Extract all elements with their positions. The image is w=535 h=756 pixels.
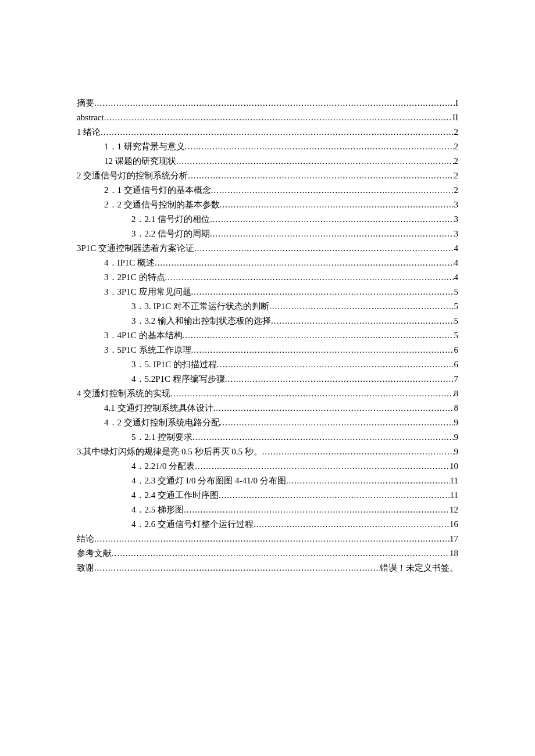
toc-entry-page: 10 <box>450 459 458 474</box>
toc-entry: 参考文献 18 <box>77 546 458 561</box>
toc-entry-label: 4．2.5 梯形图 <box>131 503 184 517</box>
toc-leader-dots <box>184 503 450 517</box>
toc-leader-dots <box>176 154 454 169</box>
toc-entry-label: 5．2.1 控制要求 <box>131 430 192 445</box>
toc-leader-dots <box>269 299 454 314</box>
toc-leader-dots <box>155 256 454 270</box>
toc-leader-dots <box>183 328 454 343</box>
toc-entry: 3．3P1C 应用常见问题5 <box>77 285 458 299</box>
toc-leader-dots <box>271 314 454 328</box>
toc-leader-dots <box>112 546 450 561</box>
toc-entry-label: 2．1 交通信号灯的基本概念 <box>104 183 211 198</box>
toc-leader-dots <box>94 96 455 110</box>
toc-entry: 3．4P1C 的基本结构 5 <box>77 328 458 343</box>
toc-entry-page: 4 <box>454 270 459 285</box>
toc-entry: 摘要I <box>77 96 458 110</box>
toc-entry-page: 6 <box>454 357 459 372</box>
toc-entry-page: I <box>455 96 458 110</box>
toc-leader-dots <box>194 241 454 256</box>
toc-entry-page: 9 <box>454 445 459 459</box>
toc-leader-dots <box>195 459 450 474</box>
toc-entry: 结论 17 <box>77 532 458 546</box>
toc-entry-label: 摘要 <box>77 96 94 110</box>
toc-entry-label: 2．2.1 信号灯的相位 <box>131 212 210 227</box>
toc-entry: 12 课题的研究现状 2 <box>77 154 458 169</box>
toc-leader-dots <box>185 139 454 154</box>
toc-entry-page: 2 <box>454 139 459 154</box>
toc-leader-dots <box>94 532 450 546</box>
toc-entry: 2．1 交通信号灯的基本概念 2 <box>77 183 458 198</box>
toc-leader-dots <box>210 212 454 227</box>
toc-entry: 4．2.21/0 分配表10 <box>77 459 458 474</box>
toc-entry-label: 4．IP1C 概述 <box>104 256 155 270</box>
toc-entry-label: 4．2.3 交通灯 I/0 分布图图 4-41/0 分布图 <box>131 474 286 488</box>
toc-entry-page: 5 <box>454 285 459 299</box>
toc-entry: 5．2.1 控制要求9 <box>77 430 458 445</box>
toc-leader-dots <box>219 488 450 503</box>
toc-entry-page: 错误！未定义书签。 <box>380 561 458 575</box>
toc-entry-page: 8 <box>454 401 459 415</box>
toc-entry-page: 2 <box>454 125 459 139</box>
toc-leader-dots <box>192 430 454 445</box>
toc-entry: 4.1 交通灯控制系统具体设计 8 <box>77 401 458 415</box>
toc-entry: 4．2 交通灯控制系统电路分配 9 <box>77 415 458 430</box>
toc-entry: 3．2P1C 的特点4 <box>77 270 458 285</box>
toc-leader-dots <box>262 445 454 459</box>
toc-leader-dots <box>210 227 454 241</box>
table-of-contents: 摘要Iabstract II1 绪论21．1 研究背景与意义 212 课题的研究… <box>77 96 458 575</box>
toc-entry-page: 18 <box>450 546 458 561</box>
toc-entry-label: 3．3. IP1C 对不正常运行状态的判断 <box>131 299 269 314</box>
toc-entry: 4．IP1C 概述4 <box>77 256 458 270</box>
toc-entry-label: 4．2 交通灯控制系统电路分配 <box>104 415 220 430</box>
toc-entry: 3．3. IP1C 对不正常运行状态的判断5 <box>77 299 458 314</box>
toc-entry: 3．3.2 输入和输出控制状态板的选择 5 <box>77 314 458 328</box>
toc-entry: 2．2 交通信号控制的基本参数 3 <box>77 198 458 212</box>
toc-entry-label: 致谢 <box>77 561 94 575</box>
toc-leader-dots <box>254 517 450 532</box>
toc-entry-page: 17 <box>450 532 458 546</box>
toc-entry-label: 4.1 交通灯控制系统具体设计 <box>104 401 213 415</box>
toc-entry-page: 6 <box>454 343 459 357</box>
toc-leader-dots <box>170 386 454 401</box>
toc-entry-label: 3．4P1C 的基本结构 <box>104 328 183 343</box>
toc-entry-label: 参考文献 <box>77 546 112 561</box>
toc-entry-label: abstract <box>77 110 104 125</box>
toc-entry-label: 4 交通灯控制系统的实现 <box>77 386 170 401</box>
toc-entry-page: 16 <box>450 517 458 532</box>
toc-entry-page: 8 <box>454 386 459 401</box>
toc-leader-dots <box>220 415 454 430</box>
toc-entry-label: 4．2.6 交通信号灯整个运行过程 <box>131 517 254 532</box>
toc-leader-dots <box>286 474 450 488</box>
toc-entry-label: 3P1C 交通控制器选着方案论证 <box>77 241 194 256</box>
toc-entry-page: 3 <box>454 198 459 212</box>
toc-entry: 4．5.2P1C 程序编写步骤7 <box>77 372 458 386</box>
toc-entry: 3．5. IP1C 的扫描过程6 <box>77 357 458 372</box>
toc-entry-label: 3．3.2 输入和输出控制状态板的选择 <box>131 314 271 328</box>
toc-leader-dots <box>211 183 454 198</box>
toc-entry-page: 7 <box>454 372 459 386</box>
toc-entry-label: 3．3P1C 应用常见问题 <box>104 285 191 299</box>
toc-entry-label: 结论 <box>77 532 94 546</box>
toc-entry: 4．2.5 梯形图 12 <box>77 503 458 517</box>
toc-entry-label: 4．5.2P1C 程序编写步骤 <box>131 372 225 386</box>
toc-leader-dots <box>191 343 454 357</box>
toc-entry-label: 3．2.2 信号灯的周期 <box>131 227 210 241</box>
document-page: 摘要Iabstract II1 绪论21．1 研究背景与意义 212 课题的研究… <box>0 0 535 575</box>
toc-entry: 3．2.2 信号灯的周期3 <box>77 227 458 241</box>
toc-entry: 3P1C 交通控制器选着方案论证4 <box>77 241 458 256</box>
toc-leader-dots <box>213 401 454 415</box>
toc-entry-page: 4 <box>454 256 459 270</box>
toc-entry-page: 2 <box>454 154 459 169</box>
toc-leader-dots <box>225 372 454 386</box>
toc-entry: 4．2.6 交通信号灯整个运行过程16 <box>77 517 458 532</box>
toc-entry-label: 2．2 交通信号控制的基本参数 <box>104 198 220 212</box>
toc-leader-dots <box>94 561 380 575</box>
toc-entry: 4．2.4 交通工作时序图11 <box>77 488 458 503</box>
toc-leader-dots <box>104 110 452 125</box>
toc-entry-label: 3．5P1C 系统工作原理 <box>104 343 191 357</box>
toc-entry-label: 12 课题的研究现状 <box>104 154 176 169</box>
toc-leader-dots <box>188 169 454 183</box>
toc-entry-label: 1．1 研究背景与意义 <box>104 139 185 154</box>
toc-entry-page: 9 <box>454 415 459 430</box>
toc-entry-page: 5 <box>454 328 459 343</box>
